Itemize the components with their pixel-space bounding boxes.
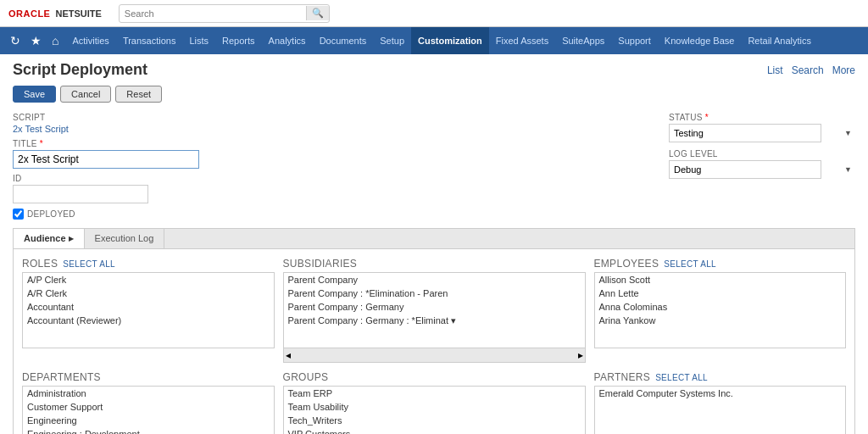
top-button-group: Save Cancel Reset — [13, 86, 855, 103]
status-select[interactable]: Testing Released Not Scheduled — [669, 124, 821, 142]
title-label: TITLE — [13, 139, 652, 148]
employees-section: EMPLOYEES Select All Allison Scott Ann L… — [594, 258, 847, 363]
scroll-left-icon[interactable]: ◂ — [286, 349, 291, 361]
home-icon[interactable]: ⌂ — [48, 34, 62, 47]
list-item[interactable]: Emerald Computer Systems Inc. — [595, 387, 846, 400]
list-item[interactable]: Ann Lette — [595, 287, 846, 300]
list-item[interactable]: Accountant (Reviewer) — [23, 314, 274, 327]
tabs-container: Audience ▸ Execution Log ROLES Select Al… — [13, 228, 855, 434]
nav-support[interactable]: Support — [611, 27, 658, 54]
roles-select-all[interactable]: Select All — [63, 259, 115, 269]
script-label: SCRIPT — [13, 113, 652, 122]
top-bar: ORACLE NETSUITE 🔍 — [0, 0, 868, 27]
nav-suiteapps[interactable]: SuiteApps — [555, 27, 611, 54]
nav-analytics[interactable]: Analytics — [262, 27, 313, 54]
tab-audience[interactable]: Audience ▸ — [14, 229, 85, 248]
log-level-arrow-icon: ▼ — [844, 165, 852, 174]
departments-label: DEPARTMENTS — [22, 371, 275, 383]
list-item[interactable]: Allison Scott — [595, 273, 846, 287]
list-item[interactable]: A/R Clerk — [23, 287, 274, 300]
deployed-group: DEPLOYED — [13, 209, 652, 220]
log-level-select[interactable]: Debug Audit Error Quiet — [669, 160, 821, 179]
search-box: 🔍 — [119, 4, 330, 23]
nav-customization[interactable]: Customization — [411, 27, 489, 54]
page-header: Script Deployment List Search More — [13, 61, 855, 79]
save-button-top[interactable]: Save — [13, 86, 56, 103]
nav-documents[interactable]: Documents — [313, 27, 374, 54]
list-item[interactable]: Administration — [23, 387, 274, 400]
content-wrapper: Script Deployment List Search More Save … — [0, 54, 868, 434]
list-item[interactable]: A/P Clerk — [23, 273, 274, 287]
groups-label: GROUPS — [283, 371, 586, 383]
list-link[interactable]: List — [767, 64, 783, 76]
refresh-icon[interactable]: ↻ — [7, 34, 24, 47]
list-item[interactable]: Arina Yankow — [595, 314, 846, 327]
search-link[interactable]: Search — [792, 64, 824, 76]
nav-activities[interactable]: Activities — [65, 27, 115, 54]
partners-label: PARTNERS Select All — [594, 371, 847, 383]
script-value[interactable]: 2x Test Script — [13, 124, 652, 134]
nav-bar: ↻ ★ ⌂ Activities Transactions Lists Repo… — [0, 27, 868, 54]
status-select-wrapper: Testing Released Not Scheduled ▼ — [669, 124, 855, 142]
list-item[interactable]: Engineering : Development — [23, 427, 274, 434]
list-item[interactable]: Parent Company : Germany : *Eliminat ▾ — [284, 314, 585, 328]
nav-setup[interactable]: Setup — [373, 27, 411, 54]
roles-listbox[interactable]: A/P Clerk A/R Clerk Accountant Accountan… — [22, 272, 275, 348]
groups-section: GROUPS Team ERP Team Usability Tech_Writ… — [283, 371, 586, 434]
page-title: Script Deployment — [13, 61, 147, 79]
list-item[interactable]: Engineering — [23, 414, 274, 427]
search-input[interactable] — [120, 7, 306, 20]
deployed-label: DEPLOYED — [27, 209, 75, 219]
list-item[interactable]: Accountant — [23, 300, 274, 314]
tabs-header: Audience ▸ Execution Log — [14, 229, 854, 249]
id-input[interactable] — [13, 185, 148, 203]
scroll-right-icon[interactable]: ▸ — [578, 349, 583, 361]
employees-label: EMPLOYEES Select All — [594, 258, 847, 270]
list-item[interactable]: VIP Customers — [284, 427, 585, 434]
subsidiaries-section: SUBSIDIARIES Parent Company Parent Compa… — [283, 258, 586, 363]
oracle-logo: ORACLE — [8, 8, 50, 19]
list-item[interactable]: Tech_Writers — [284, 414, 585, 427]
departments-listbox[interactable]: Administration Customer Support Engineer… — [22, 386, 275, 434]
tab-execution-log[interactable]: Execution Log — [85, 229, 165, 248]
id-label: ID — [13, 174, 652, 183]
list-item[interactable]: Parent Company : *Elimination - Paren — [284, 287, 585, 300]
partners-section: PARTNERS Select All Emerald Computer Sys… — [594, 371, 847, 434]
nav-lists[interactable]: Lists — [182, 27, 215, 54]
status-arrow-icon: ▼ — [844, 129, 852, 137]
search-button[interactable]: 🔍 — [306, 6, 329, 20]
roles-label: ROLES Select All — [22, 258, 275, 270]
cancel-button-top[interactable]: Cancel — [60, 86, 111, 103]
employees-listbox[interactable]: Allison Scott Ann Lette Anna Colominas A… — [594, 272, 847, 348]
subsidiaries-scroll-arrows: ◂ ▸ — [283, 348, 586, 363]
list-item[interactable]: Team ERP — [284, 387, 585, 400]
departments-section: DEPARTMENTS Administration Customer Supp… — [22, 371, 275, 434]
list-item[interactable]: Anna Colominas — [595, 300, 846, 314]
log-level-label: LOG LEVEL — [669, 149, 855, 159]
nav-retail-analytics[interactable]: Retail Analytics — [741, 27, 818, 54]
subsidiaries-listbox[interactable]: Parent Company Parent Company : *Elimina… — [283, 272, 586, 348]
employees-select-all[interactable]: Select All — [664, 259, 716, 269]
partners-select-all[interactable]: Select All — [655, 373, 708, 382]
list-item[interactable]: Parent Company — [284, 273, 585, 287]
nav-transactions[interactable]: Transactions — [116, 27, 183, 54]
subsidiaries-label: SUBSIDIARIES — [283, 258, 586, 270]
roles-section: ROLES Select All A/P Clerk A/R Clerk Acc… — [22, 258, 275, 363]
nav-reports[interactable]: Reports — [215, 27, 262, 54]
status-label: STATUS — [669, 113, 855, 122]
nav-knowledge-base[interactable]: Knowledge Base — [658, 27, 742, 54]
log-level-select-wrapper: Debug Audit Error Quiet ▼ — [669, 160, 855, 179]
list-item[interactable]: Parent Company : Germany — [284, 300, 585, 314]
reset-button-top[interactable]: Reset — [115, 86, 162, 103]
list-item[interactable]: Team Usability — [284, 400, 585, 414]
page-actions: List Search More — [767, 64, 855, 76]
title-input[interactable] — [13, 150, 199, 169]
star-icon[interactable]: ★ — [27, 34, 45, 47]
nav-fixed-assets[interactable]: Fixed Assets — [489, 27, 555, 54]
partners-listbox[interactable]: Emerald Computer Systems Inc. — [594, 386, 847, 434]
list-item[interactable]: Customer Support — [23, 400, 274, 414]
more-link[interactable]: More — [832, 64, 855, 76]
deployed-checkbox[interactable] — [13, 209, 24, 220]
groups-listbox[interactable]: Team ERP Team Usability Tech_Writers VIP… — [283, 386, 586, 434]
netsuite-logo: NETSUITE — [55, 8, 101, 19]
